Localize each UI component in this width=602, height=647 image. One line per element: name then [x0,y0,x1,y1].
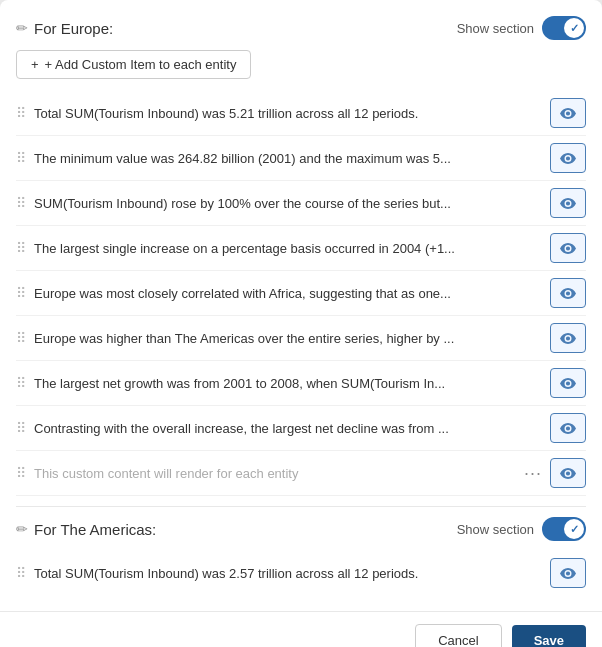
drag-handle-icon[interactable]: ⠿ [16,330,26,346]
drag-handle-icon[interactable]: ⠿ [16,150,26,166]
eye-button[interactable] [550,458,586,488]
drag-handle-icon[interactable]: ⠿ [16,105,26,121]
drag-handle-icon[interactable]: ⠿ [16,375,26,391]
list-item: ⠿ Contrasting with the overall increase,… [16,406,586,451]
drag-handle-icon[interactable]: ⠿ [16,465,26,481]
eye-button[interactable] [550,368,586,398]
americas-title-text: For The Americas: [34,521,156,538]
pencil-icon: ✏ [16,521,28,537]
eye-icon [560,198,576,209]
drag-handle-icon[interactable]: ⠿ [16,285,26,301]
eye-button[interactable] [550,278,586,308]
modal-container: ✏ For Europe: Show section ✓ + [0,0,602,647]
eye-button[interactable] [550,413,586,443]
more-options-icon[interactable]: ··· [524,463,542,484]
americas-toggle-track: ✓ [542,517,586,541]
list-item: ⠿ The largest single increase on a perce… [16,226,586,271]
item-text: SUM(Tourism Inbound) rose by 100% over t… [34,196,542,211]
europe-section-header: ✏ For Europe: Show section ✓ [16,16,586,40]
eye-icon [560,423,576,434]
item-text: Europe was most closely correlated with … [34,286,542,301]
eye-button[interactable] [550,188,586,218]
eye-button[interactable] [550,323,586,353]
americas-section-title: ✏ For The Americas: [16,521,156,538]
europe-toggle-check: ✓ [570,22,579,35]
list-item: ⠿ Europe was most closely correlated wit… [16,271,586,316]
item-text: The largest net growth was from 2001 to … [34,376,542,391]
eye-icon [560,288,576,299]
americas-show-section: Show section ✓ [457,517,586,541]
americas-toggle-check: ✓ [570,523,579,536]
custom-placeholder-item: ⠿ This custom content will render for ea… [16,451,586,496]
list-item: ⠿ The minimum value was 264.82 billion (… [16,136,586,181]
europe-title-text: For Europe: [34,20,113,37]
drag-handle-icon[interactable]: ⠿ [16,240,26,256]
section-divider [16,506,586,507]
list-item: ⠿ Total SUM(Tourism Inbound) was 2.57 tr… [16,551,586,595]
item-text: Total SUM(Tourism Inbound) was 2.57 tril… [34,566,542,581]
modal-footer: Cancel Save [0,611,602,647]
eye-icon [560,378,576,389]
list-item: ⠿ SUM(Tourism Inbound) rose by 100% over… [16,181,586,226]
europe-section: ✏ For Europe: Show section ✓ + [16,16,586,496]
item-text: The minimum value was 264.82 billion (20… [34,151,542,166]
eye-icon [560,243,576,254]
item-text: Europe was higher than The Americas over… [34,331,542,346]
europe-show-label: Show section [457,21,534,36]
save-button[interactable]: Save [512,625,586,647]
europe-toggle[interactable]: ✓ [542,16,586,40]
cancel-button[interactable]: Cancel [415,624,501,647]
americas-toggle-thumb: ✓ [564,519,584,539]
modal-body: ✏ For Europe: Show section ✓ + [0,0,602,611]
item-text: Contrasting with the overall increase, t… [34,421,542,436]
drag-handle-icon[interactable]: ⠿ [16,420,26,436]
drag-handle-icon[interactable]: ⠿ [16,565,26,581]
europe-toggle-thumb: ✓ [564,18,584,38]
eye-button[interactable] [550,98,586,128]
americas-show-label: Show section [457,522,534,537]
eye-icon [560,568,576,579]
list-item: ⠿ Europe was higher than The Americas ov… [16,316,586,361]
add-plus-icon: + [31,57,39,72]
list-item: ⠿ The largest net growth was from 2001 t… [16,361,586,406]
eye-button[interactable] [550,233,586,263]
americas-section: ✏ For The Americas: Show section ✓ [16,517,586,595]
custom-placeholder-text: This custom content will render for each… [34,466,516,481]
item-text: Total SUM(Tourism Inbound) was 5.21 tril… [34,106,542,121]
eye-icon [560,153,576,164]
eye-icon [560,333,576,344]
europe-show-section: Show section ✓ [457,16,586,40]
europe-section-title: ✏ For Europe: [16,20,113,37]
pencil-icon: ✏ [16,20,28,36]
eye-icon [560,108,576,119]
drag-handle-icon[interactable]: ⠿ [16,195,26,211]
list-item: ⠿ Total SUM(Tourism Inbound) was 5.21 tr… [16,91,586,136]
europe-toggle-track: ✓ [542,16,586,40]
eye-icon [560,468,576,479]
add-btn-label: + Add Custom Item to each entity [45,57,237,72]
americas-section-header: ✏ For The Americas: Show section ✓ [16,517,586,541]
item-text: The largest single increase on a percent… [34,241,542,256]
add-custom-item-button[interactable]: + + Add Custom Item to each entity [16,50,251,79]
americas-toggle[interactable]: ✓ [542,517,586,541]
eye-button[interactable] [550,143,586,173]
eye-button[interactable] [550,558,586,588]
